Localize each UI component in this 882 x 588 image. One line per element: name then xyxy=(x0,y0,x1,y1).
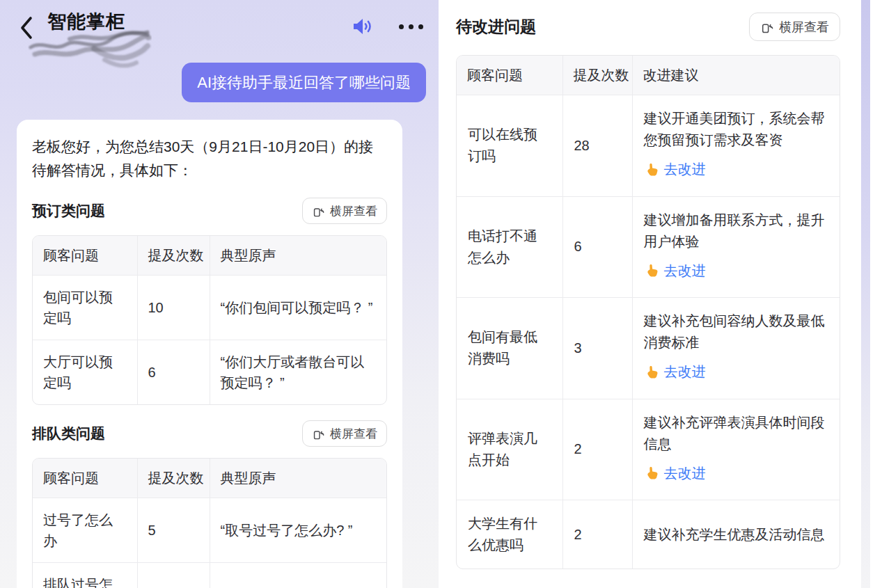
count-cell: 28 xyxy=(562,95,632,197)
improvement-title: 待改进问题 xyxy=(456,16,536,38)
go-improve-label: 去改进 xyxy=(664,463,706,484)
speaker-button[interactable] xyxy=(351,17,375,36)
table-cell: 大厅可以预定吗 xyxy=(33,340,137,405)
pointing-hand-icon xyxy=(644,162,659,177)
section-title: 排队类问题 xyxy=(32,424,105,443)
table-cell: “你们包间可以预定吗？ ” xyxy=(210,276,386,340)
improvement-panel: 待改进问题 横屏查看 顾客问题提及次数改进建议 可以在线预订吗28建议开通美团预… xyxy=(439,0,882,588)
column-header: 顾客问题 xyxy=(33,459,137,498)
pointing-hand-icon xyxy=(644,466,659,481)
column-header: 提及次数 xyxy=(137,459,210,498)
assistant-message-card: 老板您好，为您总结30天（9月21日-10月20日）的接待解答情况，具体如下： … xyxy=(17,120,402,588)
table-cell: 2 xyxy=(137,563,210,588)
table-cell: 过号了怎么办 xyxy=(33,498,137,563)
table-row: 排队过号怎么办2“排队过号了怎么办呢? ” xyxy=(33,563,386,588)
table-cell: 包间可以预定吗 xyxy=(33,276,137,340)
intro-text: 老板您好，为您总结30天（9月21日-10月20日）的接待解答情况，具体如下： xyxy=(32,135,387,182)
question-cell: 可以在线预订吗 xyxy=(457,95,562,197)
column-header: 顾客问题 xyxy=(457,56,562,95)
chat-pane: 智能掌柜 AI接待助手最近回答了哪些问题 老板您好，为您总结30天（9月21日-… xyxy=(0,0,439,588)
title-scribble xyxy=(28,28,152,72)
question-section: 排队类问题 横屏查看 顾客问题提及次数典型原声 过号了怎么办5“取号过号了怎么办… xyxy=(32,420,387,588)
landscape-view-button[interactable]: 横屏查看 xyxy=(302,420,387,447)
question-section: 预订类问题 横屏查看 顾客问题提及次数典型原声 包间可以预定吗10“你们包间可以… xyxy=(32,198,387,405)
count-cell: 2 xyxy=(562,500,632,569)
go-improve-link[interactable]: 去改进 xyxy=(644,260,706,282)
question-cell: 电话打不通怎么办 xyxy=(457,196,562,298)
rotate-screen-icon xyxy=(312,427,325,440)
table-row: 大厅可以预定吗6“你们大厅或者散台可以预定吗？ ” xyxy=(33,340,386,405)
go-improve-label: 去改进 xyxy=(664,159,706,180)
suggestion-text: 建议补充包间容纳人数及最低消费标准 xyxy=(644,310,829,353)
table-cell: 排队过号怎么办 xyxy=(33,563,137,588)
suggestion-text: 建议增加备用联系方式，提升用户体验 xyxy=(644,209,829,253)
count-cell: 2 xyxy=(562,399,632,500)
table-row: 包间有最低消费吗3建议补充包间容纳人数及最低消费标准去改进 xyxy=(457,298,840,399)
go-improve-label: 去改进 xyxy=(664,361,706,383)
suggestion-text: 建议补充学生优惠及活动信息 xyxy=(644,524,829,546)
ellipsis-icon xyxy=(399,24,404,29)
table-row: 过号了怎么办5“取号过号了怎么办? ” xyxy=(33,498,386,563)
table-row: 电话打不通怎么办6建议增加备用联系方式，提升用户体验去改进 xyxy=(457,196,840,298)
column-header: 改进建议 xyxy=(632,56,840,95)
column-header: 顾客问题 xyxy=(33,236,137,276)
more-button[interactable] xyxy=(394,24,423,29)
suggestion-cell: 建议补充学生优惠及活动信息 xyxy=(632,500,840,569)
section-title: 预订类问题 xyxy=(32,201,105,221)
table-cell: “你们大厅或者散台可以预定吗？ ” xyxy=(210,340,386,405)
table-row: 可以在线预订吗28建议开通美团预订，系统会帮您预留预订需求及客资去改进 xyxy=(457,95,840,197)
count-cell: 3 xyxy=(562,298,632,399)
question-cell: 大学生有什么优惠吗 xyxy=(457,500,562,569)
table-row: 大学生有什么优惠吗2建议补充学生优惠及活动信息 xyxy=(457,500,840,569)
landscape-view-button[interactable]: 横屏查看 xyxy=(749,13,840,41)
chat-card-sections: 预订类问题 横屏查看 顾客问题提及次数典型原声 包间可以预定吗10“你们包间可以… xyxy=(32,198,387,588)
table-cell: “取号过号了怎么办? ” xyxy=(210,498,386,563)
pointing-hand-icon xyxy=(644,263,659,278)
suggestion-cell: 建议补充评弹表演具体时间段信息去改进 xyxy=(632,399,840,500)
table-cell: 6 xyxy=(137,340,210,405)
suggestion-text: 建议开通美团预订，系统会帮您预留预订需求及客资 xyxy=(644,108,829,151)
rotate-screen-icon xyxy=(312,205,325,218)
suggestion-cell: 建议开通美团预订，系统会帮您预留预订需求及客资去改进 xyxy=(632,95,840,197)
table-cell: “排队过号了怎么办呢? ” xyxy=(210,563,386,588)
go-improve-link[interactable]: 去改进 xyxy=(644,463,706,484)
question-table: 顾客问题提及次数典型原声 过号了怎么办5“取号过号了怎么办? ”排队过号怎么办2… xyxy=(33,459,386,588)
go-improve-label: 去改进 xyxy=(664,260,706,282)
column-header: 提及次数 xyxy=(137,236,210,276)
suggestion-cell: 建议补充包间容纳人数及最低消费标准去改进 xyxy=(632,298,840,399)
improvement-table: 顾客问题提及次数改进建议 可以在线预订吗28建议开通美团预订，系统会帮您预留预订… xyxy=(457,56,840,569)
background-strip xyxy=(861,0,870,588)
suggestion-text: 建议补充评弹表演具体时间段信息 xyxy=(644,412,829,455)
rotate-screen-icon xyxy=(760,20,774,34)
speaker-icon xyxy=(351,17,375,36)
user-message-bubble: AI接待助手最近回答了哪些问题 xyxy=(182,63,426,102)
question-table: 顾客问题提及次数典型原声 包间可以预定吗10“你们包间可以预定吗？ ”大厅可以预… xyxy=(33,236,386,404)
column-header: 提及次数 xyxy=(562,56,632,95)
question-cell: 包间有最低消费吗 xyxy=(457,298,562,399)
pointing-hand-icon xyxy=(644,365,659,380)
go-improve-link[interactable]: 去改进 xyxy=(644,159,706,180)
go-improve-link[interactable]: 去改进 xyxy=(644,361,706,383)
suggestion-cell: 建议增加备用联系方式，提升用户体验去改进 xyxy=(632,196,840,298)
table-row: 包间可以预定吗10“你们包间可以预定吗？ ” xyxy=(33,276,386,340)
column-header: 典型原声 xyxy=(210,236,386,276)
table-cell: 10 xyxy=(137,276,210,340)
landscape-view-button[interactable]: 横屏查看 xyxy=(302,198,387,224)
table-row: 评弹表演几点开始2建议补充评弹表演具体时间段信息去改进 xyxy=(457,399,840,500)
question-cell: 评弹表演几点开始 xyxy=(457,399,562,500)
count-cell: 6 xyxy=(562,196,632,298)
table-cell: 5 xyxy=(137,498,210,563)
column-header: 典型原声 xyxy=(210,459,386,498)
